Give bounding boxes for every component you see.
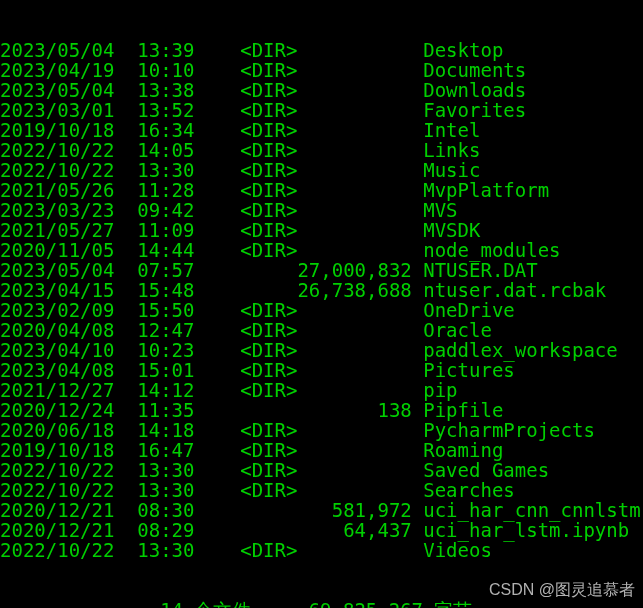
dir-entry: 2023/04/15 15:48 26,738,688 ntuser.dat.r… xyxy=(0,280,643,300)
dir-entry: 2020/11/05 14:44 <DIR> node_modules xyxy=(0,240,643,260)
dir-entry: 2022/10/22 13:30 <DIR> Saved Games xyxy=(0,460,643,480)
dir-entry: 2020/12/24 11:35 138 Pipfile xyxy=(0,400,643,420)
dir-entry: 2022/10/22 13:30 <DIR> Music xyxy=(0,160,643,180)
dir-entry: 2022/10/22 13:30 <DIR> Videos xyxy=(0,540,643,560)
terminal-output[interactable]: 2023/05/04 13:39 <DIR> Desktop2023/04/19… xyxy=(0,0,643,608)
dir-entry: 2020/04/08 12:47 <DIR> Oracle xyxy=(0,320,643,340)
dir-entry: 2022/10/22 14:05 <DIR> Links xyxy=(0,140,643,160)
dir-entry: 2023/03/01 13:52 <DIR> Favorites xyxy=(0,100,643,120)
dir-entry: 2021/05/27 11:09 <DIR> MVSDK xyxy=(0,220,643,240)
dir-entry: 2023/03/23 09:42 <DIR> MVS xyxy=(0,200,643,220)
dir-entry: 2021/05/26 11:28 <DIR> MvpPlatform xyxy=(0,180,643,200)
dir-entry: 2022/10/22 13:30 <DIR> Searches xyxy=(0,480,643,500)
dir-entry: 2023/05/04 13:39 <DIR> Desktop xyxy=(0,40,643,60)
summary-files: 14 个文件 69,825,267 字节 xyxy=(0,600,643,608)
dir-listing: 2023/05/04 13:39 <DIR> Desktop2023/04/19… xyxy=(0,40,643,560)
dir-entry: 2019/10/18 16:47 <DIR> Roaming xyxy=(0,440,643,460)
dir-entry: 2019/10/18 16:34 <DIR> Intel xyxy=(0,120,643,140)
dir-entry: 2023/02/09 15:50 <DIR> OneDrive xyxy=(0,300,643,320)
watermark-text: CSDN @图灵追慕者 xyxy=(489,580,635,600)
dir-entry: 2023/04/10 10:23 <DIR> paddlex_workspace xyxy=(0,340,643,360)
dir-entry: 2023/05/04 07:57 27,000,832 NTUSER.DAT xyxy=(0,260,643,280)
dir-entry: 2020/06/18 14:18 <DIR> PycharmProjects xyxy=(0,420,643,440)
dir-entry: 2023/04/08 15:01 <DIR> Pictures xyxy=(0,360,643,380)
dir-entry: 2023/04/19 10:10 <DIR> Documents xyxy=(0,60,643,80)
dir-entry: 2021/12/27 14:12 <DIR> pip xyxy=(0,380,643,400)
dir-entry: 2023/05/04 13:38 <DIR> Downloads xyxy=(0,80,643,100)
dir-entry: 2020/12/21 08:29 64,437 uci_har_lstm.ipy… xyxy=(0,520,643,540)
dir-entry: 2020/12/21 08:30 581,972 uci_har_cnn_cnn… xyxy=(0,500,643,520)
